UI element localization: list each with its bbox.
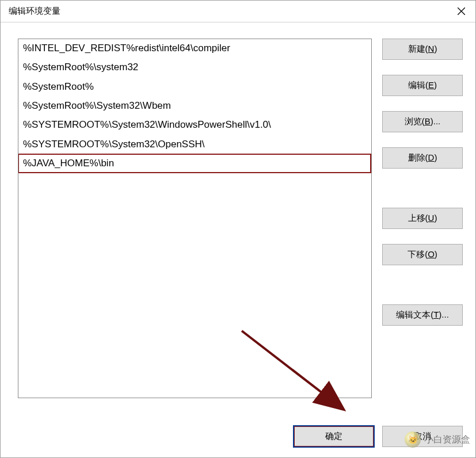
ok-button[interactable]: 确定 — [294, 426, 374, 447]
list-item[interactable]: %SYSTEMROOT%\System32\WindowsPowerShell\… — [18, 116, 371, 135]
list-item[interactable]: %SYSTEMROOT%\System32\OpenSSH\ — [18, 135, 371, 154]
titlebar: 编辑环境变量 — [1, 1, 475, 22]
list-item[interactable]: %SystemRoot%\System32\Wbem — [18, 97, 371, 116]
new-button-label: 新建(N) — [408, 44, 437, 55]
path-listbox[interactable]: %INTEL_DEV_REDIST%redist\intel64\compile… — [18, 39, 372, 398]
side-button-column: 新建(N) 编辑(E) 浏览(B)... 删除(D) 上移(U) 下移(O) 编… — [382, 39, 463, 414]
window-title: 编辑环境变量 — [9, 6, 60, 17]
browse-button[interactable]: 浏览(B)... — [382, 111, 463, 132]
list-item[interactable]: %SystemRoot%\system32 — [18, 58, 371, 77]
watermark-text: 小白资源盒 — [424, 434, 470, 446]
browse-button-label: 浏览(B)... — [405, 116, 441, 127]
delete-button-label: 删除(D) — [408, 152, 437, 163]
list-item[interactable]: %SystemRoot% — [18, 78, 371, 97]
movedown-button-label: 下移(O) — [408, 249, 437, 260]
dialog-content: %INTEL_DEV_REDIST%redist\intel64\compile… — [1, 22, 475, 457]
bottom-button-row: 确定 取消 — [18, 426, 463, 447]
edittext-button[interactable]: 编辑文本(T)... — [382, 304, 463, 326]
watermark: 🐱 小白资源盒 — [405, 432, 470, 448]
edit-button[interactable]: 编辑(E) — [382, 75, 463, 96]
list-item[interactable]: %INTEL_DEV_REDIST%redist\intel64\compile… — [18, 39, 371, 58]
main-row: %INTEL_DEV_REDIST%redist\intel64\compile… — [18, 39, 463, 414]
movedown-button[interactable]: 下移(O) — [382, 244, 463, 265]
dialog-window: 编辑环境变量 %INTEL_DEV_REDIST%redist\intel64\… — [0, 0, 476, 458]
list-item-highlighted[interactable]: %JAVA_HOME%\bin — [18, 154, 371, 173]
watermark-icon: 🐱 — [405, 432, 421, 448]
edit-button-label: 编辑(E) — [408, 80, 437, 91]
new-button[interactable]: 新建(N) — [382, 39, 463, 60]
moveup-button[interactable]: 上移(U) — [382, 208, 463, 229]
close-icon — [458, 7, 465, 15]
moveup-button-label: 上移(U) — [408, 213, 437, 224]
delete-button[interactable]: 删除(D) — [382, 147, 463, 169]
edittext-button-label: 编辑文本(T)... — [396, 310, 449, 320]
close-button[interactable] — [447, 1, 475, 22]
